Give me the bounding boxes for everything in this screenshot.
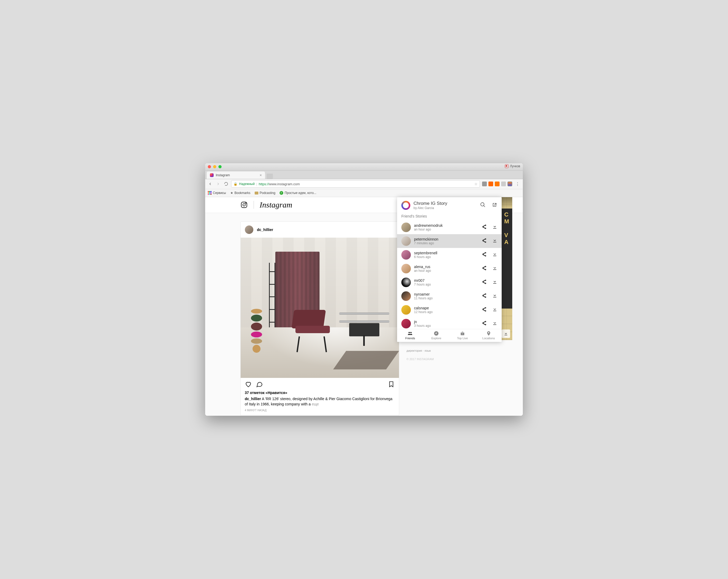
post-image[interactable]: [241, 238, 399, 378]
share-button[interactable]: [482, 320, 487, 327]
minimize-window-button[interactable]: [213, 165, 216, 168]
extension-icon[interactable]: [482, 182, 487, 186]
story-username: mr007: [414, 279, 478, 283]
avatar: [401, 278, 411, 287]
bookmark-folder[interactable]: Podcasting: [255, 191, 275, 195]
bookmark-star-button[interactable]: ☆: [474, 182, 477, 186]
download-button[interactable]: [492, 307, 497, 313]
new-tab-button[interactable]: [266, 174, 273, 179]
story-time: 12 hours ago: [414, 310, 478, 314]
post-username[interactable]: dc_hillier: [257, 228, 273, 232]
profile-name: Лучков: [510, 164, 520, 168]
story-row[interactable]: alena_rusan hour ago: [397, 262, 502, 275]
like-button[interactable]: [245, 381, 252, 388]
stories-section-label: Friend's Stories: [397, 211, 502, 220]
story-username: jn: [414, 320, 478, 324]
avatar[interactable]: [245, 226, 253, 234]
download-button[interactable]: [492, 293, 497, 299]
popout-button[interactable]: [492, 202, 497, 209]
close-tab-button[interactable]: ×: [260, 173, 262, 177]
browser-menu-button[interactable]: ⋮: [514, 182, 521, 187]
forward-button[interactable]: [215, 181, 221, 187]
story-row[interactable]: nyroamer11 hours ago: [397, 289, 502, 303]
tab-friends[interactable]: Friends: [397, 329, 423, 342]
close-window-button[interactable]: [208, 165, 211, 168]
story-row[interactable]: septembrenell6 hours ago: [397, 248, 502, 262]
extension-icon[interactable]: [488, 182, 493, 186]
story-row[interactable]: andrewnemodrukan hour ago: [397, 220, 502, 234]
caption-username[interactable]: dc_hillier: [245, 397, 261, 401]
post-caption: dc_hillier A 'RR 126' stereo, designed b…: [241, 396, 399, 409]
story-row[interactable]: calsnape12 hours ago: [397, 303, 502, 317]
avatar: [401, 305, 411, 315]
footer-links: директория · язык: [407, 348, 485, 353]
download-button[interactable]: [492, 224, 497, 231]
background-sign: CMVA: [502, 209, 512, 309]
page-content: Instagram dc_hillier: [205, 197, 523, 416]
share-button[interactable]: [482, 307, 487, 313]
extension-icon[interactable]: [501, 182, 506, 186]
download-button[interactable]: [492, 238, 497, 244]
avatar: [401, 222, 411, 232]
story-row[interactable]: jn3 hours ago: [397, 317, 502, 329]
extension-icon[interactable]: [495, 182, 499, 186]
address-bar[interactable]: 🔒 Надежный | https://www.instagram.com ☆: [231, 180, 480, 188]
secure-label: Надежный: [239, 182, 255, 186]
comment-button[interactable]: [256, 381, 263, 388]
tab-explore[interactable]: Explore: [423, 329, 449, 342]
browser-tab[interactable]: Instagram ×: [207, 172, 265, 179]
download-button[interactable]: [492, 265, 497, 272]
instagram-logo[interactable]: Instagram: [260, 200, 292, 209]
download-button[interactable]: [492, 252, 497, 258]
reload-button[interactable]: [223, 181, 229, 187]
share-button[interactable]: [482, 224, 487, 231]
favicon: F: [280, 191, 283, 195]
profile-icon: [505, 164, 509, 168]
story-row-selected[interactable]: petermckinnon7 minutes ago: [397, 234, 502, 248]
folder-icon: [255, 191, 258, 194]
save-button[interactable]: [388, 381, 395, 388]
share-button[interactable]: [482, 238, 487, 244]
avatar: [401, 264, 411, 273]
svg-point-1: [243, 204, 245, 206]
download-button[interactable]: [492, 279, 497, 286]
search-button[interactable]: [480, 202, 486, 209]
story-time: an hour ago: [414, 228, 478, 231]
share-button[interactable]: [482, 265, 487, 272]
tab-top-live[interactable]: Top Live: [449, 329, 476, 342]
browser-toolbar: 🔒 Надежный | https://www.instagram.com ☆…: [205, 179, 523, 189]
extension-popover: Chrome IG Story by Alec Garcia Friend's …: [397, 197, 502, 342]
share-button[interactable]: [482, 279, 487, 286]
camera-icon[interactable]: [240, 201, 248, 209]
post-header: dc_hillier: [241, 222, 399, 238]
post-actions: [241, 378, 399, 391]
bookmark-item[interactable]: ★Bookmarks: [230, 191, 251, 195]
story-time: 7 hours ago: [414, 283, 478, 286]
copyright: © 2017 INSTAGRAM: [407, 358, 485, 361]
extension-active-icon[interactable]: [508, 182, 512, 186]
post-timestamp: 4 МИНУТ НАЗАД: [241, 409, 399, 416]
story-username: calsnape: [414, 306, 478, 310]
story-username: petermckinnon: [414, 237, 478, 241]
maximize-window-button[interactable]: [218, 165, 222, 168]
story-list[interactable]: andrewnemodrukan hour ago petermckinnon7…: [397, 220, 502, 329]
story-username: septembrenell: [414, 251, 478, 255]
story-time: 6 hours ago: [414, 255, 478, 259]
story-time: 11 hours ago: [414, 296, 478, 300]
apps-button[interactable]: Сервисы: [208, 191, 226, 195]
extension-subtitle: by Alec Garcia: [414, 206, 447, 210]
browser-window: Лучков Instagram × 🔒 Надежный | https://…: [205, 163, 523, 416]
tab-locations[interactable]: Locations: [475, 329, 502, 342]
avatar: [401, 250, 411, 260]
popover-header: Chrome IG Story by Alec Garcia: [397, 197, 502, 211]
bookmark-item[interactable]: FПростые идеи, кото...: [280, 191, 316, 195]
share-button[interactable]: [482, 293, 487, 299]
likes-count[interactable]: 37 отметок «Нравится»: [241, 391, 399, 396]
download-story-button[interactable]: [502, 330, 510, 338]
more-link[interactable]: еще: [312, 402, 319, 406]
share-button[interactable]: [482, 252, 487, 258]
chrome-profile-chip[interactable]: Лучков: [505, 164, 520, 168]
story-row[interactable]: mr0077 hours ago: [397, 275, 502, 289]
back-button[interactable]: [207, 181, 213, 187]
download-button[interactable]: [492, 320, 497, 327]
